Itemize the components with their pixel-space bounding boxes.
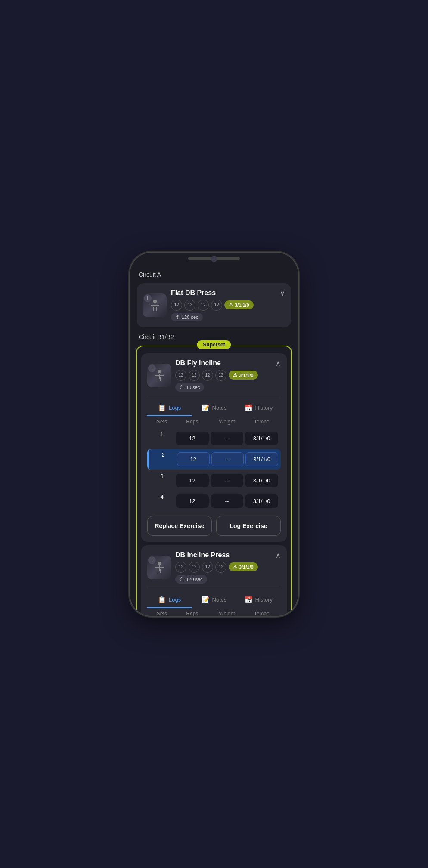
db-incline-press-sets: 12 12 12 12 ⚠ 3/1/1/0 ⏱ 120 sec [175, 562, 281, 584]
fly-weight-4[interactable]: -- [211, 494, 244, 508]
figure-icon [151, 293, 159, 317]
fly-reps-4[interactable]: 12 [176, 494, 209, 508]
fly-row-4[interactable]: 4 12 -- 3/1/1/0 [147, 491, 281, 511]
press-log-table: Sets Reps Weight Tempo 1 12 -- 3/1/1/0 [147, 608, 281, 616]
press-set-4: 12 [215, 562, 226, 573]
fly-row-3[interactable]: 3 12 -- 3/1/1/0 [147, 471, 281, 490]
set-circle-4: 12 [211, 300, 222, 311]
fly-tempo: ⚠ 3/1/1/0 [229, 371, 258, 380]
replace-exercise-button[interactable]: Replace Exercise [147, 516, 212, 536]
press-set-2: 12 [189, 562, 200, 573]
fly-weight-2[interactable]: -- [211, 452, 244, 466]
fly-timer: ⏱ 10 sec [175, 383, 204, 392]
fly-action-buttons: Replace Exercise Log Exercise [147, 516, 281, 536]
figure-icon-fly [155, 364, 164, 387]
db-incline-press-info: DB Incline Press 12 12 12 12 ⚠ 3/1/1/0 [175, 551, 281, 584]
fly-tab-history[interactable]: 📅 History [236, 401, 281, 416]
timer-icon: ⏱ [175, 315, 180, 320]
flat-db-press-header: i Flat DB Press 12 12 [143, 289, 285, 321]
col-sets: Sets [149, 419, 175, 425]
logs-icon: 📋 [158, 404, 166, 412]
press-divider [147, 588, 281, 588]
db-incline-press-name: DB Incline Press [175, 551, 281, 559]
fly-set-4: 12 [215, 370, 226, 381]
press-col-reps: Reps [175, 611, 210, 616]
fly-tempo-icon: ⚠ [233, 372, 237, 378]
press-logs-icon: 📋 [158, 596, 166, 604]
press-tab-logs[interactable]: 📋 Logs [147, 593, 192, 608]
fly-tabs: 📋 Logs 📝 Notes 📅 History [147, 401, 281, 416]
fly-tab-logs[interactable]: 📋 Logs [147, 401, 192, 416]
log-exercise-button[interactable]: Log Exercise [216, 516, 281, 536]
notes-icon: 📝 [202, 404, 210, 412]
set-circle-3: 12 [198, 300, 209, 311]
press-collapse[interactable]: ∧ [276, 551, 281, 559]
history-icon: 📅 [245, 404, 253, 412]
col-weight: Weight [210, 419, 245, 425]
fly-tempo-3[interactable]: 3/1/1/0 [245, 474, 278, 487]
press-col-tempo: Tempo [244, 611, 279, 616]
fly-set-num-2: 2 [150, 451, 176, 467]
fly-reps-2[interactable]: 12 [177, 452, 210, 466]
fly-weight-3[interactable]: -- [211, 474, 244, 487]
press-timer-icon: ⏱ [180, 577, 184, 582]
fly-collapse[interactable]: ∧ [276, 359, 281, 368]
db-incline-press-header: i DB Incline Press [147, 551, 281, 584]
fly-tempo-2[interactable]: 3/1/1/0 [245, 452, 278, 466]
set-circle-2: 12 [184, 300, 195, 311]
fly-tempo-1[interactable]: 3/1/1/0 [245, 432, 278, 445]
press-tabs: 📋 Logs 📝 Notes 📅 History [147, 593, 281, 608]
db-fly-incline-name: DB Fly Incline [175, 359, 281, 367]
fly-log-table: Sets Reps Weight Tempo 1 12 -- 3/1/1/0 [147, 416, 281, 511]
press-col-sets: Sets [149, 611, 175, 616]
fly-set-num-4: 4 [149, 494, 175, 509]
press-set-1: 12 [175, 562, 186, 573]
press-tempo-icon: ⚠ [233, 564, 237, 570]
col-tempo: Tempo [244, 419, 279, 425]
press-tab-notes[interactable]: 📝 Notes [192, 593, 236, 608]
figure-icon-press [155, 556, 164, 579]
press-tempo: ⚠ 3/1/1/0 [229, 562, 258, 571]
circuit-a-label: Circuit A [130, 268, 298, 281]
press-tab-history[interactable]: 📅 History [236, 593, 281, 608]
flat-db-press-collapse[interactable]: ∨ [280, 289, 285, 297]
flat-db-press-timer: ⏱ 120 sec [171, 313, 203, 321]
info-icon-press[interactable]: i [148, 556, 156, 564]
phone-camera [211, 256, 217, 262]
fly-row-1[interactable]: 1 12 -- 3/1/1/0 [147, 429, 281, 448]
fly-set-3: 12 [202, 370, 213, 381]
fly-tab-notes[interactable]: 📝 Notes [192, 401, 236, 416]
flat-db-press-thumb: i [143, 293, 167, 317]
press-notes-icon: 📝 [202, 596, 210, 604]
db-fly-incline-sets: 12 12 12 12 ⚠ 3/1/1/0 ⏱ 10 sec [175, 370, 281, 392]
db-fly-incline-thumb: i [147, 364, 171, 387]
press-history-icon: 📅 [245, 596, 253, 604]
superset-badge: Superset [197, 340, 231, 349]
phone-frame: Circuit A i Flat DB Pre [130, 253, 298, 616]
fly-set-num-3: 3 [149, 473, 175, 488]
flat-db-press-info: Flat DB Press 12 12 12 12 ⚠ 3/1/1/0 ⏱ 12… [171, 289, 285, 321]
screen: Circuit A i Flat DB Pre [130, 253, 298, 616]
press-table-header: Sets Reps Weight Tempo [147, 608, 281, 616]
info-icon-fly[interactable]: i [148, 364, 156, 372]
fly-set-num-1: 1 [149, 431, 175, 446]
press-timer: ⏱ 120 sec [175, 575, 207, 584]
tempo-icon: ⚠ [229, 302, 233, 308]
fly-set-1: 12 [175, 370, 186, 381]
fly-weight-1[interactable]: -- [211, 432, 244, 445]
db-fly-incline-header: i DB Fly Incline [147, 359, 281, 392]
info-icon[interactable]: i [144, 294, 152, 302]
fly-tempo-4[interactable]: 3/1/1/0 [245, 494, 278, 508]
db-incline-press-card: i DB Incline Press [141, 545, 287, 616]
fly-reps-3[interactable]: 12 [176, 474, 209, 487]
fly-row-2[interactable]: 2 12 -- 3/1/1/0 [147, 449, 281, 470]
fly-reps-1[interactable]: 12 [176, 432, 209, 445]
flat-db-press-sets: 12 12 12 12 ⚠ 3/1/1/0 ⏱ 120 sec [171, 300, 285, 321]
db-fly-incline-card: i DB Fly Incline [141, 353, 287, 542]
fly-table-header: Sets Reps Weight Tempo [147, 416, 281, 427]
flat-db-press-name: Flat DB Press [171, 289, 285, 297]
flat-db-press-tempo: ⚠ 3/1/1/0 [224, 300, 254, 309]
db-fly-incline-info: DB Fly Incline 12 12 12 12 ⚠ 3/1/1/0 ⏱ [175, 359, 281, 392]
superset-wrapper: Superset i [136, 346, 292, 616]
flat-db-press-card: i Flat DB Press 12 12 [137, 283, 291, 327]
